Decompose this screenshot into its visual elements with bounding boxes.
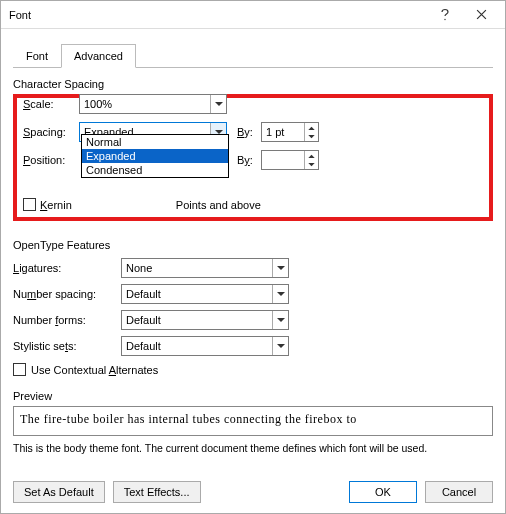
- kerning-checkbox[interactable]: [23, 198, 36, 211]
- preview-note: This is the body theme font. The current…: [13, 442, 493, 454]
- ligatures-label: Ligatures:: [13, 262, 121, 274]
- kerning-label: Kernin: [40, 199, 72, 211]
- opentype-heading: OpenType Features: [13, 239, 493, 251]
- window-title: Font: [9, 9, 427, 21]
- cancel-button[interactable]: Cancel: [425, 481, 493, 503]
- text-effects-button[interactable]: Text Effects...: [113, 481, 201, 503]
- highlight-box: Scale: 100% Spacing: Expanded By: 1 pt: [13, 94, 493, 221]
- number-forms-combobox[interactable]: Default: [121, 310, 289, 330]
- chevron-down-icon: [272, 259, 288, 277]
- spinner-buttons[interactable]: [304, 151, 318, 169]
- close-button[interactable]: [463, 2, 499, 28]
- chevron-down-icon: [272, 337, 288, 355]
- number-spacing-combobox[interactable]: Default: [121, 284, 289, 304]
- svg-point-0: [444, 18, 445, 19]
- spacing-option-condensed[interactable]: Condensed: [82, 163, 228, 177]
- title-bar: Font: [1, 1, 505, 29]
- stylistic-sets-combobox[interactable]: Default: [121, 336, 289, 356]
- preview-heading: Preview: [13, 390, 493, 402]
- character-spacing-heading: Character Spacing: [13, 78, 493, 90]
- contextual-alternates-label: Use Contextual Alternates: [31, 364, 158, 376]
- contextual-alternates-checkbox[interactable]: [13, 363, 26, 376]
- tab-font[interactable]: Font: [13, 44, 61, 68]
- kerning-tail-label: Points and above: [176, 199, 261, 211]
- spacing-dropdown-list[interactable]: Normal Expanded Condensed: [81, 134, 229, 178]
- position-label: Position:: [23, 154, 79, 166]
- position-by-spinner[interactable]: [261, 150, 319, 170]
- scale-label: Scale:: [23, 98, 79, 110]
- stylistic-sets-label: Stylistic sets:: [13, 340, 121, 352]
- number-forms-label: Number forms:: [13, 314, 121, 326]
- spacing-by-label: By:: [237, 126, 261, 138]
- spacing-by-spinner[interactable]: 1 pt: [261, 122, 319, 142]
- spacing-option-normal[interactable]: Normal: [82, 135, 228, 149]
- ligatures-combobox[interactable]: None: [121, 258, 289, 278]
- scale-combobox[interactable]: 100%: [79, 94, 227, 114]
- chevron-down-icon: [272, 311, 288, 329]
- number-spacing-label: Number spacing:: [13, 288, 121, 300]
- spinner-buttons[interactable]: [304, 123, 318, 141]
- ok-button[interactable]: OK: [349, 481, 417, 503]
- dialog-footer: Set As Default Text Effects... OK Cancel: [13, 481, 493, 503]
- tab-advanced[interactable]: Advanced: [61, 44, 136, 68]
- help-button[interactable]: [427, 2, 463, 28]
- position-by-label: By:: [237, 154, 261, 166]
- preview-box: The fire-tube boiler has internal tubes …: [13, 406, 493, 436]
- spacing-option-expanded[interactable]: Expanded: [82, 149, 228, 163]
- spacing-label: Spacing:: [23, 126, 79, 138]
- chevron-down-icon: [210, 95, 226, 113]
- tab-bar: Font Advanced: [13, 43, 493, 68]
- chevron-down-icon: [272, 285, 288, 303]
- set-as-default-button[interactable]: Set As Default: [13, 481, 105, 503]
